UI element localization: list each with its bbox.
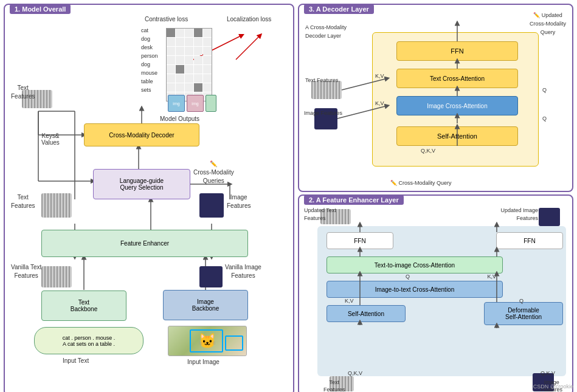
s2-def-self-attn-box: Deformable Self-Attention [484,302,563,325]
right-panel: 3. A Decoder Layer A Cross-ModalityDecod… [298,4,573,392]
left-panel: 1. Model Overall [4,4,294,392]
s2-q1: Q [406,273,410,280]
section3: 3. A Decoder Layer A Cross-ModalityDecod… [298,4,573,192]
s2-img-text-ca-box: Image-to-text Cross-Attention [327,281,503,298]
text-backbone-box: Text Backbone [41,291,126,321]
s2-updated-text-label: Updated TextFeatures [304,207,336,222]
cross-modality-decoder-box: Cross-Modality Decoder [84,123,199,146]
s3-q1: Q [542,87,547,93]
cross-modality-queries-label: ✏️ Cross-ModalityQueries [193,160,234,185]
s3-img-ca-box: Image Cross-Attention [396,96,518,115]
s2-ffn2-box: FFN [496,232,563,249]
s2-updated-img-feat [539,208,560,226]
vanilla-text-stripe [41,266,72,287]
s3-q2: Q [542,115,547,122]
lang-guide-box: Language-guide Query Selection [93,169,190,199]
s3-qkv: Q,K,V [421,148,435,154]
input-text-box: cat . person . mouse .A cat sets on a ta… [34,327,143,354]
text-features-label-mid: TextFeatures [11,193,35,210]
s3-text-ca-box: Text Cross-Attention [396,69,518,88]
section3-subtitle: A Cross-ModalityDecoder Layer [305,23,347,40]
s2-kv2: K,V [345,298,354,304]
svg-line-17 [236,35,260,60]
s3-cross-modality-query-label: ✏️ Cross-Modality Query [390,180,452,186]
model-output-thumbnails: img img [168,95,216,112]
s2-q2: Q [519,298,523,304]
section2-title: 2. A Feature Enhancer Layer [304,195,404,205]
s2-ffn1-box: FFN [327,232,393,249]
model-outputs-label: Model Outputs [160,115,199,122]
input-text-label: Input Text [63,357,89,364]
section2: 2. A Feature Enhancer Layer Updated Text… [298,194,573,392]
s2-self-attn-box: Self-Attention [327,305,406,322]
s2-kv1: K,V [487,273,496,280]
s3-ffn-box: FFN [396,41,518,61]
feature-enhancer-box: Feature Enhancer [41,230,248,257]
vanilla-text-label: Vanilla TextFeatures [11,263,41,280]
vanilla-image-label: Vanilla ImageFeatures [225,263,261,280]
s2-qkv1: Q,K,V [348,370,362,376]
s2-text-feat-label: TextFeatures [323,379,345,392]
vanilla-image-cube [199,266,223,287]
contrastive-loss-label: Contrastive loss [145,16,188,22]
s3-self-attn-box: Self-Attention [396,126,518,146]
input-image-label: Input Image [187,359,219,365]
section3-title: 3. A Decoder Layer [304,4,374,14]
s3-img-feat-label: Image Features [304,109,342,117]
localization-loss-label: Localization loss [227,16,271,22]
watermark: CSDN @crookie [533,383,573,390]
s3-kv1: K,V [375,73,384,79]
input-image-box: 🐱 [168,326,247,356]
main-container: 1. Model Overall [0,0,577,392]
image-features-label-mid: ImageFeatures [227,193,250,210]
text-features-label-top: TextFeatures [11,84,35,101]
keys-values-label: Keys&Values [41,132,60,146]
s2-qkv2: Q,K,V [541,370,555,376]
s3-kv2: K,V [375,100,384,106]
s3-text-feat-label: Text Features [305,77,339,84]
matrix-grid [166,28,212,101]
text-features-stripe-mid [41,193,72,218]
word-list: catdogdeskpersondogmousetablesets [141,26,158,94]
s2-text-img-ca-box: Text-to-image Cross-Attention [327,256,503,273]
image-backbone-box: Image Backbone [163,290,248,320]
left-panel-title: 1. Model Overall [10,4,71,14]
s2-updated-img-label: Updated ImageFeatures [500,207,538,222]
image-features-cube-mid [199,193,224,218]
